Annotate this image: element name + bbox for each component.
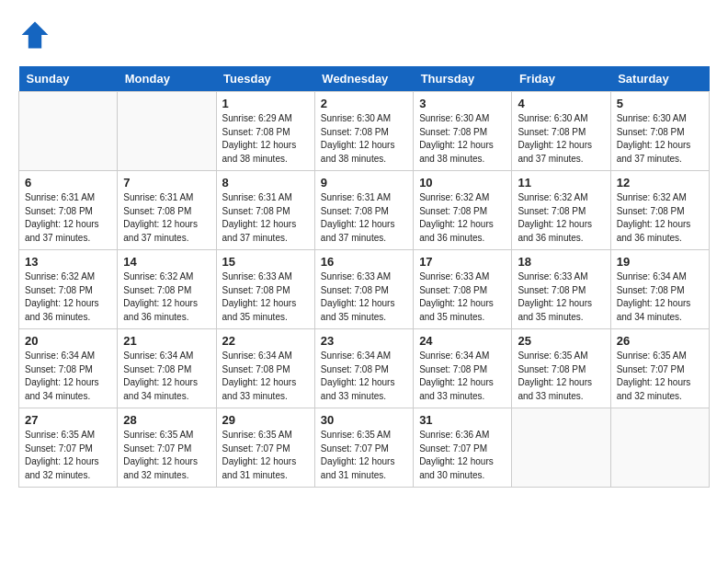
weekday-header-friday: Friday xyxy=(512,66,610,92)
day-info: Sunrise: 6:35 AM Sunset: 7:07 PM Dayligh… xyxy=(321,429,407,482)
day-cell: 12Sunrise: 6:32 AM Sunset: 7:08 PM Dayli… xyxy=(610,171,709,250)
day-info: Sunrise: 6:34 AM Sunset: 7:08 PM Dayligh… xyxy=(123,350,210,403)
day-cell: 4Sunrise: 6:30 AM Sunset: 7:08 PM Daylig… xyxy=(512,92,610,171)
day-cell: 27Sunrise: 6:35 AM Sunset: 7:07 PM Dayli… xyxy=(19,408,118,488)
day-number: 12 xyxy=(617,176,703,190)
day-info: Sunrise: 6:35 AM Sunset: 7:08 PM Dayligh… xyxy=(518,350,604,403)
day-cell xyxy=(19,92,118,171)
weekday-header-row: SundayMondayTuesdayWednesdayThursdayFrid… xyxy=(19,66,710,92)
day-info: Sunrise: 6:34 AM Sunset: 7:08 PM Dayligh… xyxy=(617,270,703,324)
week-row-2: 6Sunrise: 6:31 AM Sunset: 7:08 PM Daylig… xyxy=(19,171,710,250)
svg-marker-0 xyxy=(22,22,49,49)
day-info: Sunrise: 6:30 AM Sunset: 7:08 PM Dayligh… xyxy=(419,112,506,166)
day-info: Sunrise: 6:36 AM Sunset: 7:07 PM Dayligh… xyxy=(419,429,506,482)
day-number: 2 xyxy=(321,97,407,110)
day-info: Sunrise: 6:30 AM Sunset: 7:08 PM Dayligh… xyxy=(321,112,407,166)
day-info: Sunrise: 6:31 AM Sunset: 7:08 PM Dayligh… xyxy=(321,191,407,245)
day-number: 15 xyxy=(222,255,309,269)
day-info: Sunrise: 6:32 AM Sunset: 7:08 PM Dayligh… xyxy=(419,191,506,245)
day-number: 9 xyxy=(321,176,407,190)
day-info: Sunrise: 6:35 AM Sunset: 7:07 PM Dayligh… xyxy=(123,429,210,482)
day-number: 28 xyxy=(123,413,210,427)
day-info: Sunrise: 6:31 AM Sunset: 7:08 PM Dayligh… xyxy=(123,191,210,245)
day-number: 17 xyxy=(419,255,506,269)
day-cell: 21Sunrise: 6:34 AM Sunset: 7:08 PM Dayli… xyxy=(118,329,216,408)
day-info: Sunrise: 6:31 AM Sunset: 7:08 PM Dayligh… xyxy=(25,191,111,245)
weekday-header-thursday: Thursday xyxy=(414,66,512,92)
day-number: 19 xyxy=(617,255,703,269)
day-cell: 28Sunrise: 6:35 AM Sunset: 7:07 PM Dayli… xyxy=(118,408,216,488)
day-cell: 17Sunrise: 6:33 AM Sunset: 7:08 PM Dayli… xyxy=(414,250,512,329)
week-row-4: 20Sunrise: 6:34 AM Sunset: 7:08 PM Dayli… xyxy=(19,329,710,408)
day-number: 20 xyxy=(25,334,111,348)
day-cell: 31Sunrise: 6:36 AM Sunset: 7:07 PM Dayli… xyxy=(414,408,512,488)
day-cell: 14Sunrise: 6:32 AM Sunset: 7:08 PM Dayli… xyxy=(118,250,216,329)
day-number: 11 xyxy=(518,176,604,190)
day-info: Sunrise: 6:32 AM Sunset: 7:08 PM Dayligh… xyxy=(25,270,111,324)
day-cell xyxy=(118,92,216,171)
calendar-table: SundayMondayTuesdayWednesdayThursdayFrid… xyxy=(18,66,710,488)
day-number: 13 xyxy=(25,255,111,269)
day-info: Sunrise: 6:33 AM Sunset: 7:08 PM Dayligh… xyxy=(419,270,506,324)
day-cell: 30Sunrise: 6:35 AM Sunset: 7:07 PM Dayli… xyxy=(314,408,413,488)
day-number: 27 xyxy=(25,413,111,427)
day-number: 31 xyxy=(419,413,506,427)
day-cell: 9Sunrise: 6:31 AM Sunset: 7:08 PM Daylig… xyxy=(314,171,413,250)
day-number: 21 xyxy=(123,334,210,348)
day-cell xyxy=(610,408,709,488)
day-info: Sunrise: 6:30 AM Sunset: 7:08 PM Dayligh… xyxy=(518,112,604,166)
day-info: Sunrise: 6:34 AM Sunset: 7:08 PM Dayligh… xyxy=(25,350,111,403)
day-number: 7 xyxy=(123,176,210,190)
day-cell: 15Sunrise: 6:33 AM Sunset: 7:08 PM Dayli… xyxy=(216,250,314,329)
day-cell: 6Sunrise: 6:31 AM Sunset: 7:08 PM Daylig… xyxy=(19,171,118,250)
day-info: Sunrise: 6:32 AM Sunset: 7:08 PM Dayligh… xyxy=(518,191,604,245)
day-number: 30 xyxy=(321,413,407,427)
day-info: Sunrise: 6:30 AM Sunset: 7:08 PM Dayligh… xyxy=(617,112,703,166)
day-number: 18 xyxy=(518,255,604,269)
day-info: Sunrise: 6:35 AM Sunset: 7:07 PM Dayligh… xyxy=(25,429,111,482)
day-cell: 25Sunrise: 6:35 AM Sunset: 7:08 PM Dayli… xyxy=(512,329,610,408)
day-cell: 5Sunrise: 6:30 AM Sunset: 7:08 PM Daylig… xyxy=(610,92,709,171)
day-info: Sunrise: 6:29 AM Sunset: 7:08 PM Dayligh… xyxy=(222,112,309,166)
logo xyxy=(18,18,55,52)
weekday-header-wednesday: Wednesday xyxy=(314,66,413,92)
day-cell: 20Sunrise: 6:34 AM Sunset: 7:08 PM Dayli… xyxy=(19,329,118,408)
week-row-5: 27Sunrise: 6:35 AM Sunset: 7:07 PM Dayli… xyxy=(19,408,710,488)
day-number: 22 xyxy=(222,334,309,348)
day-cell: 26Sunrise: 6:35 AM Sunset: 7:07 PM Dayli… xyxy=(610,329,709,408)
weekday-header-saturday: Saturday xyxy=(610,66,709,92)
day-number: 6 xyxy=(25,176,111,190)
weekday-header-monday: Monday xyxy=(118,66,216,92)
day-cell: 2Sunrise: 6:30 AM Sunset: 7:08 PM Daylig… xyxy=(314,92,413,171)
day-cell: 10Sunrise: 6:32 AM Sunset: 7:08 PM Dayli… xyxy=(414,171,512,250)
day-number: 16 xyxy=(321,255,407,269)
day-info: Sunrise: 6:35 AM Sunset: 7:07 PM Dayligh… xyxy=(222,429,309,482)
day-info: Sunrise: 6:34 AM Sunset: 7:08 PM Dayligh… xyxy=(222,350,309,403)
day-info: Sunrise: 6:33 AM Sunset: 7:08 PM Dayligh… xyxy=(518,270,604,324)
day-cell: 16Sunrise: 6:33 AM Sunset: 7:08 PM Dayli… xyxy=(314,250,413,329)
day-number: 25 xyxy=(518,334,604,348)
week-row-3: 13Sunrise: 6:32 AM Sunset: 7:08 PM Dayli… xyxy=(19,250,710,329)
logo-icon xyxy=(18,18,51,52)
weekday-header-tuesday: Tuesday xyxy=(216,66,314,92)
day-cell: 24Sunrise: 6:34 AM Sunset: 7:08 PM Dayli… xyxy=(414,329,512,408)
day-cell: 3Sunrise: 6:30 AM Sunset: 7:08 PM Daylig… xyxy=(414,92,512,171)
day-cell xyxy=(512,408,610,488)
day-cell: 1Sunrise: 6:29 AM Sunset: 7:08 PM Daylig… xyxy=(216,92,314,171)
day-number: 5 xyxy=(617,97,703,110)
week-row-1: 1Sunrise: 6:29 AM Sunset: 7:08 PM Daylig… xyxy=(19,92,710,171)
day-number: 24 xyxy=(419,334,506,348)
day-number: 3 xyxy=(419,97,506,110)
day-cell: 19Sunrise: 6:34 AM Sunset: 7:08 PM Dayli… xyxy=(610,250,709,329)
day-number: 23 xyxy=(321,334,407,348)
day-number: 8 xyxy=(222,176,309,190)
day-cell: 29Sunrise: 6:35 AM Sunset: 7:07 PM Dayli… xyxy=(216,408,314,488)
day-cell: 13Sunrise: 6:32 AM Sunset: 7:08 PM Dayli… xyxy=(19,250,118,329)
day-number: 26 xyxy=(617,334,703,348)
day-cell: 23Sunrise: 6:34 AM Sunset: 7:08 PM Dayli… xyxy=(314,329,413,408)
day-info: Sunrise: 6:31 AM Sunset: 7:08 PM Dayligh… xyxy=(222,191,309,245)
day-info: Sunrise: 6:35 AM Sunset: 7:07 PM Dayligh… xyxy=(617,350,703,403)
day-info: Sunrise: 6:33 AM Sunset: 7:08 PM Dayligh… xyxy=(222,270,309,324)
day-info: Sunrise: 6:33 AM Sunset: 7:08 PM Dayligh… xyxy=(321,270,407,324)
day-number: 10 xyxy=(419,176,506,190)
